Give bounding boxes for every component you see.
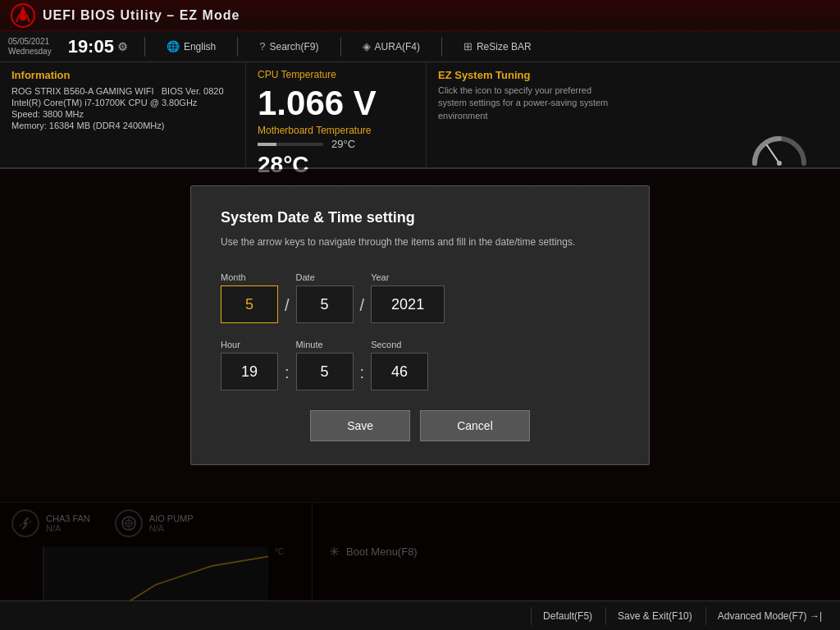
svg-point-6 bbox=[777, 161, 782, 166]
footer-bar: Default(F5) Save & Exit(F10) Advanced Mo… bbox=[0, 600, 840, 630]
svg-marker-1 bbox=[20, 6, 26, 14]
search-label: Search(F9) bbox=[270, 41, 319, 52]
resize-icon: ⊞ bbox=[463, 40, 472, 52]
cpu-temp-value: 1.066 V bbox=[258, 84, 414, 123]
svg-line-5 bbox=[767, 145, 779, 163]
timebar: 05/05/2021 Wednesday 19:05 ⚙ 🌐 English ?… bbox=[0, 31, 840, 62]
info-row: Information ROG STRIX B560-A GAMING WIFI… bbox=[0, 62, 840, 169]
time-value: 19:05 bbox=[68, 36, 114, 57]
year-label: Year bbox=[371, 272, 445, 282]
gear-icon[interactable]: ⚙ bbox=[117, 40, 128, 53]
ez-tuning-desc: Click the icon to specify your preferred… bbox=[438, 84, 619, 122]
globe-icon: 🌐 bbox=[167, 40, 180, 52]
modal-buttons: Save Cancel bbox=[221, 410, 619, 441]
year-group: Year bbox=[371, 272, 445, 323]
second-group: Second bbox=[371, 340, 428, 390]
temp-bar-row: 29°C bbox=[258, 138, 414, 150]
language-label: English bbox=[184, 41, 216, 52]
day-text: Wednesday bbox=[8, 47, 52, 57]
advanced-mode-button[interactable]: Advanced Mode(F7) →| bbox=[705, 607, 833, 625]
save-exit-button[interactable]: Save & Exit(F10) bbox=[605, 607, 704, 625]
resize-label: ReSize BAR bbox=[477, 41, 532, 52]
month-group: Month bbox=[221, 272, 278, 323]
hour-input[interactable] bbox=[221, 353, 278, 390]
svg-line-3 bbox=[16, 14, 20, 22]
date-separator-2: / bbox=[354, 296, 372, 323]
minute-input[interactable] bbox=[296, 353, 354, 390]
modal-title: System Date & Time setting bbox=[221, 209, 619, 226]
datetime-block: 05/05/2021 Wednesday bbox=[8, 37, 52, 57]
date-separator-1: / bbox=[278, 296, 296, 323]
ez-tuning-panel: EZ System Tuning Click the icon to speci… bbox=[427, 62, 840, 167]
date-label: Date bbox=[296, 272, 354, 282]
resize-bar-button[interactable]: ⊞ ReSize BAR bbox=[459, 39, 536, 54]
modal-overlay: System Date & Time setting Use the arrow… bbox=[0, 169, 840, 600]
second-input[interactable] bbox=[371, 353, 428, 390]
date-input[interactable] bbox=[296, 285, 354, 323]
cancel-button[interactable]: Cancel bbox=[420, 410, 530, 441]
minute-label: Minute bbox=[296, 340, 354, 349]
timebar-separator-3 bbox=[340, 37, 341, 57]
month-input[interactable] bbox=[221, 285, 278, 323]
logo-area: UEFI BIOS Utility – EZ Mode bbox=[10, 2, 240, 29]
default-button[interactable]: Default(F5) bbox=[531, 607, 604, 625]
system-info-panel: Information ROG STRIX B560-A GAMING WIFI… bbox=[0, 62, 246, 167]
gauge-icon bbox=[746, 122, 812, 171]
memory-info: Memory: 16384 MB (DDR4 2400MHz) bbox=[11, 121, 234, 130]
ez-tuning-label: EZ System Tuning bbox=[438, 69, 829, 81]
board-text: ROG STRIX B560-A GAMING WIFI bbox=[11, 86, 154, 96]
temp-bar-container bbox=[258, 143, 323, 146]
minute-group: Minute bbox=[296, 340, 354, 390]
hour-group: Hour bbox=[221, 340, 278, 390]
board-info: ROG STRIX B560-A GAMING WIFI BIOS Ver. 0… bbox=[11, 86, 234, 96]
mb-bar-value: 29°C bbox=[331, 138, 355, 150]
time-separator-1: : bbox=[278, 363, 296, 390]
time-display: 19:05 ⚙ bbox=[68, 36, 128, 57]
cpu-temp-label: CPU Temperature bbox=[258, 69, 414, 80]
timebar-separator bbox=[144, 37, 145, 57]
mb-temp-label: Motherboard Temperature bbox=[258, 125, 414, 136]
second-label: Second bbox=[371, 340, 428, 349]
advanced-mode-arrow-icon: →| bbox=[810, 610, 822, 622]
hour-label: Hour bbox=[221, 340, 278, 349]
advanced-mode-label: Advanced Mode(F7) bbox=[718, 610, 807, 622]
rog-logo-icon bbox=[10, 2, 36, 29]
cpu-temp-panel: CPU Temperature 1.066 V Motherboard Temp… bbox=[246, 62, 427, 167]
search-button[interactable]: ? Search(F9) bbox=[254, 39, 323, 54]
cpu-info: Intel(R) Core(TM) i7-10700K CPU @ 3.80GH… bbox=[11, 98, 234, 107]
speed-info: Speed: 3800 MHz bbox=[11, 109, 234, 119]
date-row: Month / Date / Year bbox=[221, 272, 619, 323]
temp-bar-fill bbox=[258, 143, 276, 146]
header-title: UEFI BIOS Utility – EZ Mode bbox=[43, 8, 240, 23]
info-label: Information bbox=[11, 69, 234, 81]
modal-desc: Use the arrow keys to navigate through t… bbox=[221, 235, 619, 249]
content-wrapper: System Date & Time setting Use the arrow… bbox=[0, 169, 840, 600]
aura-button[interactable]: ◈ AURA(F4) bbox=[358, 39, 425, 54]
time-separator-2: : bbox=[354, 363, 372, 390]
svg-point-2 bbox=[20, 14, 26, 21]
date-group: Date bbox=[296, 272, 354, 323]
year-input[interactable] bbox=[371, 285, 445, 323]
save-button[interactable]: Save bbox=[310, 410, 410, 441]
svg-line-4 bbox=[26, 14, 30, 22]
gauge-container bbox=[438, 122, 829, 171]
search-icon: ? bbox=[259, 40, 265, 52]
month-label: Month bbox=[221, 272, 278, 282]
aura-label: AURA(F4) bbox=[375, 41, 420, 52]
time-row: Hour : Minute : Second bbox=[221, 340, 619, 390]
language-button[interactable]: 🌐 English bbox=[162, 39, 221, 54]
header-bar: UEFI BIOS Utility – EZ Mode bbox=[0, 0, 840, 31]
date-text: 05/05/2021 bbox=[8, 37, 52, 47]
timebar-separator-2 bbox=[237, 37, 238, 57]
modal-box: System Date & Time setting Use the arrow… bbox=[190, 185, 650, 465]
timebar-separator-4 bbox=[441, 37, 442, 57]
bios-text: BIOS Ver. 0820 bbox=[162, 86, 224, 96]
aura-icon: ◈ bbox=[363, 40, 371, 52]
